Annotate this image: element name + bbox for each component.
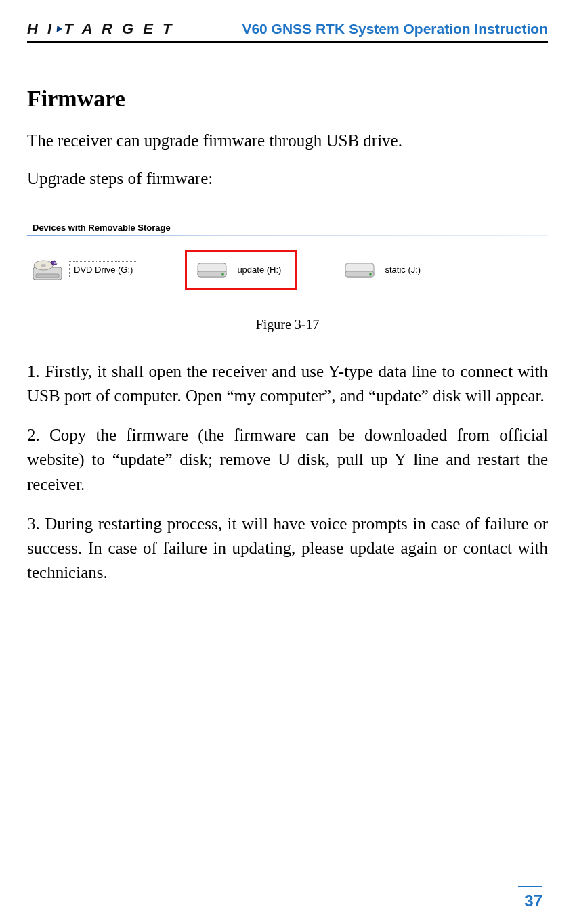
page-header: H I T A R G E T V60 GNSS RTK System Oper… — [27, 20, 548, 43]
logo-text-part1: H I — [27, 20, 54, 38]
steps-list: 1. Firstly, it shall open the receiver a… — [27, 359, 548, 586]
document-title: V60 GNSS RTK System Operation Instructio… — [242, 21, 548, 37]
intro-paragraph-1: The receiver can upgrade firmware throug… — [27, 129, 548, 152]
svg-rect-1 — [36, 274, 59, 278]
figure-devices: Devices with Removable Storage DVD DVD D… — [27, 217, 548, 332]
devices-row: DVD DVD Drive (G:) update (H:) — [27, 236, 548, 296]
device-static-drive: static (J:) — [344, 259, 425, 281]
step-3: 3. During restarting process, it will ha… — [27, 512, 548, 586]
section-heading: Firmware — [27, 86, 548, 112]
device-dvd-drive: DVD DVD Drive (G:) — [31, 257, 137, 284]
step-1: 1. Firstly, it shall open the receiver a… — [27, 359, 548, 409]
svg-point-7 — [222, 273, 225, 276]
horizontal-rule — [27, 62, 548, 62]
device-update-drive: update (H:) — [185, 250, 297, 290]
device-dvd-label: DVD Drive (G:) — [69, 261, 137, 278]
intro-paragraph-2: Upgrade steps of firmware: — [27, 167, 548, 190]
device-static-label: static (J:) — [381, 262, 425, 278]
devices-group-header-text: Devices with Removable Storage — [33, 223, 171, 233]
svg-text:DVD: DVD — [54, 261, 60, 265]
svg-point-3 — [41, 264, 46, 267]
step-2: 2. Copy the firmware (the firmware can b… — [27, 423, 548, 497]
brand-logo: H I T A R G E T — [27, 20, 175, 38]
figure-caption: Figure 3-17 — [27, 317, 548, 332]
svg-point-10 — [370, 273, 372, 276]
devices-group-header: Devices with Removable Storage — [27, 217, 548, 236]
hard-drive-icon — [196, 259, 228, 281]
logo-text-part2: T A R G E T — [64, 20, 174, 38]
dvd-drive-icon: DVD — [31, 257, 64, 284]
logo-arrow-icon — [57, 26, 63, 32]
hard-drive-icon — [344, 259, 375, 281]
device-update-label: update (H:) — [233, 262, 285, 278]
page-number: 37 — [518, 886, 542, 910]
